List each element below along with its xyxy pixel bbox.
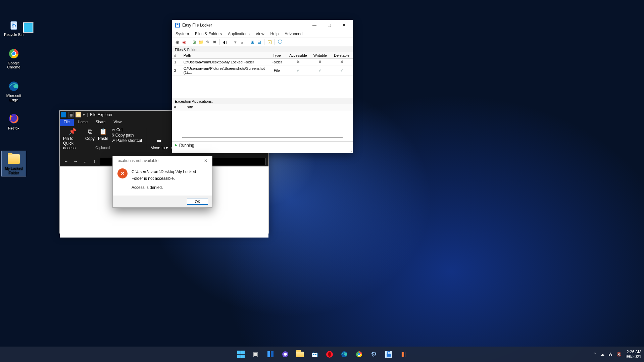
ribbon-moveto-button[interactable]: ➡Move to ▾ xyxy=(150,137,168,150)
nav-recent-button[interactable]: ⌄ xyxy=(81,158,89,165)
desktop-icon-label: Google Chrome xyxy=(2,61,26,69)
toolbar-app-remove-icon[interactable]: ⊟ xyxy=(256,39,262,45)
qat-new-folder-icon[interactable]: ▭ xyxy=(76,112,81,117)
svg-rect-22 xyxy=(387,354,391,357)
toolbar-app-add-icon[interactable]: ⊞ xyxy=(249,39,255,45)
tray-network-icon[interactable]: 🖧 xyxy=(608,352,612,357)
nav-back-button[interactable]: ← xyxy=(62,158,70,165)
efl-except-scrollbar[interactable] xyxy=(182,137,343,141)
taskbar-efl[interactable] xyxy=(382,348,395,361)
cell-deletable: ✖ xyxy=(331,59,353,65)
toolbar-down-icon[interactable]: ▾ xyxy=(232,39,238,45)
menu-view[interactable]: View xyxy=(256,32,264,36)
ribbon-pasteshortcut-button[interactable]: ↗Paste shortcut xyxy=(112,138,142,143)
toolbar-contrast-icon[interactable]: ◐ xyxy=(222,39,228,45)
error-dialog[interactable]: Location is not available ✕ ✕ C:\Users\a… xyxy=(112,156,212,208)
minimize-button[interactable]: — xyxy=(307,20,322,30)
quick-access-toolbar: ▤ ▭ ▾ | xyxy=(61,112,88,117)
qat-properties-icon[interactable]: ▤ xyxy=(68,112,73,117)
close-button[interactable]: ✕ xyxy=(337,20,351,30)
tray-clock[interactable]: 2:26 AM 9/6/2021 xyxy=(626,350,641,359)
col-num[interactable]: # xyxy=(172,104,184,110)
toolbar-key-icon[interactable]: ⚿ xyxy=(266,39,273,45)
taskbar-chat[interactable] xyxy=(279,348,292,361)
col-accessible[interactable]: Accessible xyxy=(287,52,310,59)
toolbar-add-file-icon[interactable]: 🗎 xyxy=(191,39,197,45)
toolbar-start-icon[interactable]: ◉ xyxy=(174,39,180,45)
dialog-close-button[interactable]: ✕ xyxy=(201,157,211,165)
taskbar-explorer[interactable] xyxy=(294,348,306,361)
cell-accessible: ✔ xyxy=(287,65,310,76)
svg-rect-14 xyxy=(315,354,316,355)
resize-grip[interactable] xyxy=(348,148,352,152)
toolbar-add-folder-icon[interactable]: 📁 xyxy=(198,39,204,45)
toolbar-edit-icon[interactable]: ✎ xyxy=(205,39,211,45)
tray-chevron-icon[interactable]: ⌃ xyxy=(593,352,596,357)
ribbon-pin-button[interactable]: 📌Pin to Quick access xyxy=(63,127,82,150)
ribbon-copy-button[interactable]: ⧉Copy xyxy=(85,127,95,150)
dialog-titlebar[interactable]: Location is not available ✕ xyxy=(113,156,212,165)
efl-section-files: Files & Folders: xyxy=(172,46,353,52)
svg-rect-13 xyxy=(313,354,314,355)
taskbar-edge[interactable] xyxy=(338,348,351,361)
col-path[interactable]: Path xyxy=(182,52,267,59)
taskbar-store[interactable] xyxy=(308,348,321,361)
desktop-icon-locked-folder[interactable]: My Locked Folder xyxy=(2,151,26,176)
col-num[interactable]: # xyxy=(172,52,182,59)
col-type[interactable]: Type xyxy=(267,52,287,59)
tab-file[interactable]: File xyxy=(60,119,74,126)
desktop-icon-label: Microsoft Edge xyxy=(2,94,26,102)
cell-writable: ✔ xyxy=(309,65,331,76)
svg-rect-12 xyxy=(312,353,317,357)
efl-titlebar[interactable]: Easy File Locker — ▢ ✕ xyxy=(172,20,353,30)
ribbon-cut-button[interactable]: ✂Cut xyxy=(112,127,142,132)
taskbar-app[interactable] xyxy=(397,348,410,361)
tab-home[interactable]: Home xyxy=(74,119,92,126)
desktop-icon-recycle-bin[interactable]: Recycle Bin xyxy=(2,18,26,37)
taskbar-taskview[interactable]: ▣ xyxy=(249,348,262,361)
desktop-icon-chrome[interactable]: Google Chrome xyxy=(2,47,26,69)
dialog-ok-button[interactable]: OK xyxy=(187,199,208,205)
menu-help[interactable]: Help xyxy=(270,32,279,36)
qat-dropdown-icon[interactable]: ▾ xyxy=(83,112,85,117)
tray-volume-icon[interactable]: 🔇 xyxy=(616,352,622,357)
taskbar-settings[interactable]: ⚙ xyxy=(367,348,380,361)
cell-path: C:\Users\avram\Desktop\My Locked Folder xyxy=(182,59,267,65)
nav-up-button[interactable]: ↑ xyxy=(91,158,98,165)
efl-app-icon xyxy=(175,22,180,28)
toolbar-stop-icon[interactable]: ◉ xyxy=(181,39,187,45)
efl-menubar: System Files & Folders Applications View… xyxy=(172,30,353,38)
col-writable[interactable]: Writable xyxy=(309,52,331,59)
menu-advanced[interactable]: Advanced xyxy=(285,32,302,36)
toolbar-info-icon[interactable]: ⓘ xyxy=(277,39,283,45)
easy-file-locker-window[interactable]: Easy File Locker — ▢ ✕ System Files & Fo… xyxy=(172,20,353,153)
tab-view[interactable]: View xyxy=(109,119,126,126)
efl-files-scrollbar[interactable] xyxy=(182,94,343,97)
taskbar-widgets[interactable] xyxy=(264,348,277,361)
ribbon-copypath-button[interactable]: ⎘Copy path xyxy=(112,133,142,138)
menu-system[interactable]: System xyxy=(176,32,189,36)
tray-onedrive-icon[interactable]: ☁ xyxy=(600,352,604,357)
desktop-icon-firefox[interactable]: Firefox xyxy=(2,112,26,131)
table-row[interactable]: 2 C:\Users\avram\Pictures\Screenshots\Sc… xyxy=(172,65,353,76)
tab-share[interactable]: Share xyxy=(92,119,109,126)
menu-applications[interactable]: Applications xyxy=(228,32,250,36)
taskbar-chrome[interactable] xyxy=(353,348,365,361)
toolbar-up-icon[interactable]: ▴ xyxy=(239,39,245,45)
start-button[interactable] xyxy=(235,348,247,361)
nav-forward-button[interactable]: → xyxy=(72,158,79,165)
maximize-button[interactable]: ▢ xyxy=(322,20,337,30)
menu-files-folders[interactable]: Files & Folders xyxy=(195,32,222,36)
desktop-icon-edge[interactable]: Microsoft Edge xyxy=(2,80,26,102)
desktop-icon-label: Firefox xyxy=(8,126,19,131)
col-deletable[interactable]: Deletable xyxy=(331,52,353,59)
cell-type: File xyxy=(267,65,287,76)
cell-path: C:\Users\avram\Pictures\Screenshots\Scre… xyxy=(182,65,267,76)
desktop-icon-utility[interactable] xyxy=(23,22,33,33)
col-path[interactable]: Path xyxy=(184,104,353,110)
edge-icon xyxy=(7,80,20,93)
taskbar-opera[interactable] xyxy=(323,348,336,361)
table-row[interactable]: 1 C:\Users\avram\Desktop\My Locked Folde… xyxy=(172,59,353,65)
toolbar-remove-icon[interactable]: ✖ xyxy=(211,39,217,45)
efl-status-text: Running xyxy=(179,143,194,148)
